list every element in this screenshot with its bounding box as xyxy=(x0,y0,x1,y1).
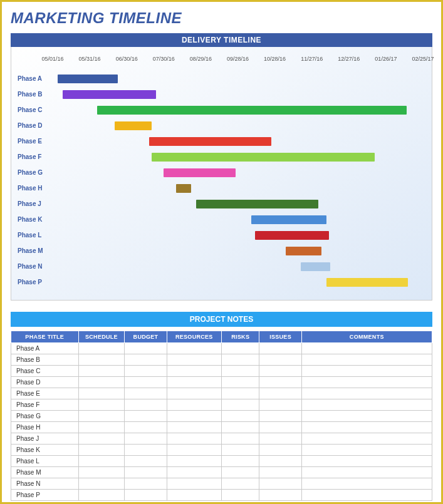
cell-budget[interactable] xyxy=(125,411,167,422)
cell-resources[interactable] xyxy=(167,411,221,422)
cell-issues[interactable] xyxy=(259,467,301,478)
cell-comments[interactable] xyxy=(301,456,432,467)
cell-resources[interactable] xyxy=(167,343,221,354)
cell-issues[interactable] xyxy=(259,366,301,377)
cell-phase[interactable]: Phase D xyxy=(11,377,79,388)
cell-risks[interactable] xyxy=(221,366,259,377)
cell-comments[interactable] xyxy=(301,445,432,456)
cell-resources[interactable] xyxy=(167,445,221,456)
cell-schedule[interactable] xyxy=(78,445,125,456)
cell-risks[interactable] xyxy=(221,467,259,478)
cell-issues[interactable] xyxy=(259,433,301,445)
cell-budget[interactable] xyxy=(125,354,167,366)
cell-resources[interactable] xyxy=(167,433,221,445)
cell-issues[interactable] xyxy=(259,490,301,501)
cell-risks[interactable] xyxy=(221,399,259,411)
cell-phase[interactable]: Phase H xyxy=(11,422,79,433)
cell-risks[interactable] xyxy=(221,354,259,366)
cell-issues[interactable] xyxy=(259,377,301,388)
cell-budget[interactable] xyxy=(125,399,167,411)
cell-issues[interactable] xyxy=(259,456,301,467)
cell-schedule[interactable] xyxy=(78,422,125,433)
cell-phase[interactable]: Phase B xyxy=(11,354,79,366)
cell-budget[interactable] xyxy=(125,467,167,478)
cell-resources[interactable] xyxy=(167,377,221,388)
cell-budget[interactable] xyxy=(125,377,167,388)
cell-comments[interactable] xyxy=(301,377,432,388)
cell-comments[interactable] xyxy=(301,354,432,366)
cell-schedule[interactable] xyxy=(78,456,125,467)
table-row: Phase H xyxy=(11,422,432,433)
cell-schedule[interactable] xyxy=(78,478,125,490)
cell-phase[interactable]: Phase F xyxy=(11,399,79,411)
cell-issues[interactable] xyxy=(259,343,301,354)
cell-schedule[interactable] xyxy=(78,354,125,366)
cell-comments[interactable] xyxy=(301,478,432,490)
cell-risks[interactable] xyxy=(221,388,259,399)
cell-resources[interactable] xyxy=(167,422,221,433)
cell-risks[interactable] xyxy=(221,377,259,388)
cell-comments[interactable] xyxy=(301,422,432,433)
cell-schedule[interactable] xyxy=(78,490,125,501)
cell-schedule[interactable] xyxy=(78,366,125,377)
cell-budget[interactable] xyxy=(125,478,167,490)
cell-budget[interactable] xyxy=(125,422,167,433)
cell-schedule[interactable] xyxy=(78,411,125,422)
cell-issues[interactable] xyxy=(259,478,301,490)
cell-budget[interactable] xyxy=(125,388,167,399)
cell-comments[interactable] xyxy=(301,399,432,411)
cell-comments[interactable] xyxy=(301,343,432,354)
cell-resources[interactable] xyxy=(167,467,221,478)
cell-issues[interactable] xyxy=(259,388,301,399)
cell-budget[interactable] xyxy=(125,343,167,354)
cell-comments[interactable] xyxy=(301,467,432,478)
cell-issues[interactable] xyxy=(259,422,301,433)
cell-schedule[interactable] xyxy=(78,343,125,354)
cell-budget[interactable] xyxy=(125,433,167,445)
cell-risks[interactable] xyxy=(221,490,259,501)
cell-risks[interactable] xyxy=(221,411,259,422)
cell-budget[interactable] xyxy=(125,445,167,456)
cell-phase[interactable]: Phase L xyxy=(11,456,79,467)
cell-phase[interactable]: Phase G xyxy=(11,411,79,422)
cell-resources[interactable] xyxy=(167,456,221,467)
cell-risks[interactable] xyxy=(221,445,259,456)
cell-phase[interactable]: Phase N xyxy=(11,478,79,490)
cell-comments[interactable] xyxy=(301,411,432,422)
cell-budget[interactable] xyxy=(125,366,167,377)
cell-resources[interactable] xyxy=(167,388,221,399)
cell-phase[interactable]: Phase C xyxy=(11,366,79,377)
cell-schedule[interactable] xyxy=(78,399,125,411)
cell-phase[interactable]: Phase P xyxy=(11,490,79,501)
cell-phase[interactable]: Phase E xyxy=(11,388,79,399)
cell-phase[interactable]: Phase M xyxy=(11,467,79,478)
cell-risks[interactable] xyxy=(221,456,259,467)
cell-phase[interactable]: Phase A xyxy=(11,343,79,354)
cell-phase[interactable]: Phase K xyxy=(11,445,79,456)
cell-budget[interactable] xyxy=(125,456,167,467)
cell-resources[interactable] xyxy=(167,354,221,366)
cell-risks[interactable] xyxy=(221,343,259,354)
cell-resources[interactable] xyxy=(167,490,221,501)
cell-issues[interactable] xyxy=(259,411,301,422)
cell-issues[interactable] xyxy=(259,399,301,411)
cell-resources[interactable] xyxy=(167,366,221,377)
cell-schedule[interactable] xyxy=(78,388,125,399)
cell-resources[interactable] xyxy=(167,478,221,490)
cell-risks[interactable] xyxy=(221,433,259,445)
cell-resources[interactable] xyxy=(167,399,221,411)
cell-issues[interactable] xyxy=(259,445,301,456)
cell-phase[interactable]: Phase J xyxy=(11,433,79,445)
cell-schedule[interactable] xyxy=(78,467,125,478)
cell-schedule[interactable] xyxy=(78,433,125,445)
cell-risks[interactable] xyxy=(221,478,259,490)
cell-budget[interactable] xyxy=(125,490,167,501)
cell-risks[interactable] xyxy=(221,422,259,433)
cell-comments[interactable] xyxy=(301,366,432,377)
project-notes-table: PHASE TITLESCHEDULEBUDGETRESOURCESRISKSI… xyxy=(11,331,432,501)
cell-schedule[interactable] xyxy=(78,377,125,388)
cell-issues[interactable] xyxy=(259,354,301,366)
cell-comments[interactable] xyxy=(301,433,432,445)
cell-comments[interactable] xyxy=(301,388,432,399)
cell-comments[interactable] xyxy=(301,490,432,501)
